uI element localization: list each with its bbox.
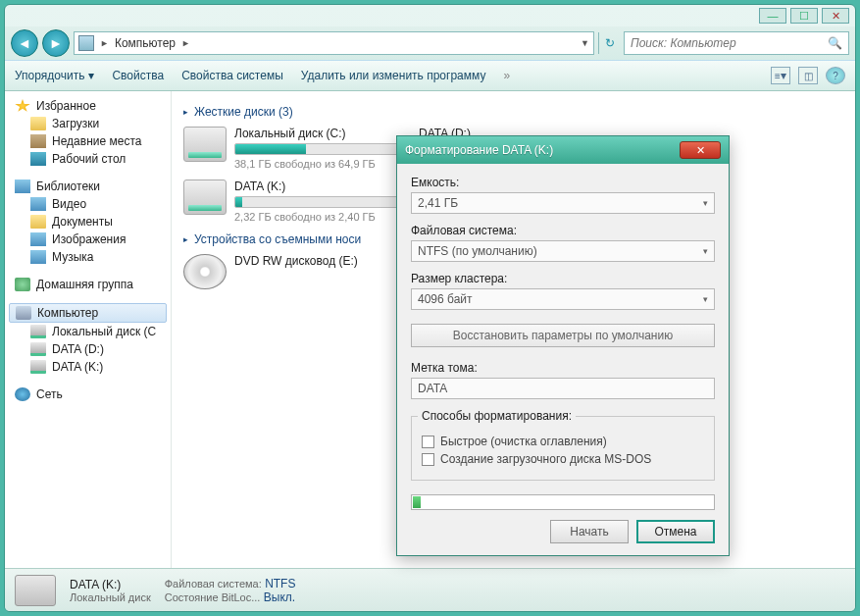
quick-format-label: Быстрое (очистка оглавления) bbox=[440, 435, 607, 448]
sidebar-documents[interactable]: Документы bbox=[9, 213, 167, 231]
breadcrumb-label: Компьютер bbox=[115, 36, 176, 50]
cluster-label: Размер кластера: bbox=[411, 272, 715, 285]
uninstall-button[interactable]: Удалить или изменить программу bbox=[301, 69, 486, 82]
more-chevron-icon[interactable]: » bbox=[503, 69, 510, 82]
library-icon bbox=[15, 180, 30, 193]
search-icon[interactable]: 🔍 bbox=[828, 36, 842, 50]
video-icon bbox=[30, 197, 46, 211]
chevron-down-icon: ▾ bbox=[88, 69, 94, 82]
start-button[interactable]: Начать bbox=[550, 520, 629, 543]
sidebar-data-k[interactable]: DATA (K:) bbox=[9, 358, 167, 376]
dialog-titlebar: Форматирование DATA (K:) ✕ bbox=[397, 136, 729, 164]
system-properties-button[interactable]: Свойства системы bbox=[181, 69, 283, 82]
status-bitlocker-label: Состояние BitLoc... bbox=[165, 591, 261, 603]
cancel-button[interactable]: Отмена bbox=[636, 520, 715, 543]
drive-item[interactable]: Локальный диск (C:) 38,1 ГБ свободно из … bbox=[183, 127, 409, 170]
properties-button[interactable]: Свойства bbox=[112, 69, 164, 82]
sidebar-data-d[interactable]: DATA (D:) bbox=[9, 340, 167, 358]
dvd-name: DVD RW дисковод (E:) bbox=[234, 254, 409, 268]
chevron-down-icon[interactable]: ▼ bbox=[581, 38, 589, 48]
drive-freespace: 2,32 ГБ свободно из 2,40 ГБ bbox=[234, 211, 409, 223]
chevron-right-icon: ► bbox=[100, 38, 109, 48]
sidebar-recent[interactable]: Недавние места bbox=[9, 132, 167, 150]
msdos-boot-checkbox[interactable] bbox=[422, 453, 434, 466]
dvd-icon bbox=[183, 254, 227, 289]
preview-pane-button[interactable]: ◫ bbox=[798, 67, 818, 84]
folder-icon bbox=[30, 117, 46, 130]
back-button[interactable]: ◄ bbox=[11, 29, 38, 57]
sidebar-desktop[interactable]: Рабочий стол bbox=[9, 150, 167, 168]
drive-name: Локальный диск (C:) bbox=[234, 127, 409, 140]
sidebar-local-c[interactable]: Локальный диск (C bbox=[9, 323, 167, 340]
sidebar: Избранное Загрузки Недавние места Рабочи… bbox=[5, 91, 172, 568]
filesystem-select[interactable]: NTFS (по умолчанию)▾ bbox=[411, 240, 715, 262]
drive-freespace: 38,1 ГБ свободно из 64,9 ГБ bbox=[234, 158, 409, 170]
minimize-button[interactable]: — bbox=[759, 8, 786, 24]
capacity-select[interactable]: 2,41 ГБ▾ bbox=[411, 192, 715, 214]
drive-item[interactable]: DATA (K:) 2,32 ГБ свободно из 2,40 ГБ bbox=[183, 180, 409, 223]
refresh-button[interactable]: ↻ bbox=[598, 32, 620, 54]
organize-menu[interactable]: Упорядочить ▾ bbox=[15, 69, 94, 82]
drive-icon bbox=[30, 342, 46, 356]
dialog-title: Форматирование DATA (K:) bbox=[405, 143, 680, 157]
sidebar-music[interactable]: Музыка bbox=[9, 248, 167, 266]
msdos-boot-label: Создание загрузочного диска MS-DOS bbox=[440, 452, 651, 466]
places-icon bbox=[30, 134, 46, 148]
hdd-section-header[interactable]: ▸Жесткие диски (3) bbox=[183, 105, 843, 119]
maximize-button[interactable]: ☐ bbox=[790, 8, 818, 24]
help-button[interactable]: ? bbox=[826, 67, 845, 84]
chevron-down-icon: ▾ bbox=[703, 198, 708, 208]
search-box[interactable]: 🔍 bbox=[624, 31, 849, 55]
format-options-legend: Способы форматирования: bbox=[418, 409, 576, 423]
volume-label-input[interactable]: DATA bbox=[411, 378, 715, 399]
status-fs-label: Файловая система: bbox=[165, 578, 262, 590]
capacity-bar bbox=[234, 196, 409, 208]
view-mode-button[interactable]: ≡ ▾ bbox=[771, 67, 790, 84]
sidebar-network[interactable]: Сеть bbox=[9, 385, 167, 403]
capacity-label: Емкость: bbox=[411, 176, 715, 189]
filesystem-label: Файловая система: bbox=[411, 224, 715, 237]
sidebar-video[interactable]: Видео bbox=[9, 195, 167, 213]
drive-icon bbox=[15, 575, 56, 606]
chevron-right-icon: ► bbox=[181, 38, 190, 48]
status-bitlocker-value: Выкл. bbox=[264, 590, 295, 604]
drive-icon bbox=[30, 325, 46, 338]
music-icon bbox=[30, 250, 46, 264]
computer-icon bbox=[16, 306, 31, 320]
status-fs-value: NTFS bbox=[265, 577, 295, 590]
status-drive-name: DATA (K:) bbox=[70, 578, 151, 591]
format-options-fieldset: Способы форматирования: Быстрое (очистка… bbox=[411, 409, 715, 481]
drive-name: DATA (K:) bbox=[234, 180, 409, 193]
sidebar-homegroup[interactable]: Домашняя группа bbox=[9, 276, 167, 293]
format-dialog: Форматирование DATA (K:) ✕ Емкость: 2,41… bbox=[396, 135, 730, 556]
chevron-down-icon: ▾ bbox=[703, 294, 708, 304]
sidebar-favorites[interactable]: Избранное bbox=[9, 97, 167, 115]
toolbar: Упорядочить ▾ Свойства Свойства системы … bbox=[5, 60, 855, 91]
star-icon bbox=[15, 99, 30, 113]
cluster-select[interactable]: 4096 байт▾ bbox=[411, 288, 715, 310]
capacity-bar bbox=[234, 143, 409, 155]
sidebar-downloads[interactable]: Загрузки bbox=[9, 115, 167, 132]
sidebar-libraries[interactable]: Библиотеки bbox=[9, 178, 167, 195]
pictures-icon bbox=[30, 232, 46, 246]
restore-defaults-button[interactable]: Восстановить параметры по умолчанию bbox=[411, 324, 715, 347]
nav-bar: ◄ ► ► Компьютер ► ▼ ↻ 🔍 bbox=[5, 26, 855, 60]
documents-icon bbox=[30, 215, 46, 229]
search-input[interactable] bbox=[631, 36, 828, 50]
format-progress bbox=[411, 494, 715, 510]
quick-format-checkbox[interactable] bbox=[422, 436, 434, 448]
sidebar-pictures[interactable]: Изображения bbox=[9, 231, 167, 248]
close-button[interactable]: ✕ bbox=[822, 8, 849, 24]
forward-button[interactable]: ► bbox=[42, 29, 70, 57]
titlebar: — ☐ ✕ bbox=[5, 5, 855, 26]
computer-icon bbox=[78, 35, 94, 51]
volume-label-label: Метка тома: bbox=[411, 361, 715, 375]
drive-icon bbox=[183, 127, 227, 162]
breadcrumb[interactable]: ► Компьютер ► ▼ bbox=[74, 31, 594, 55]
dialog-close-button[interactable]: ✕ bbox=[680, 141, 721, 159]
sidebar-computer[interactable]: Компьютер bbox=[9, 303, 167, 323]
dvd-item[interactable]: DVD RW дисковод (E:) bbox=[183, 254, 409, 289]
chevron-down-icon: ▾ bbox=[703, 246, 708, 256]
triangle-icon: ▸ bbox=[183, 234, 188, 244]
homegroup-icon bbox=[15, 278, 30, 291]
